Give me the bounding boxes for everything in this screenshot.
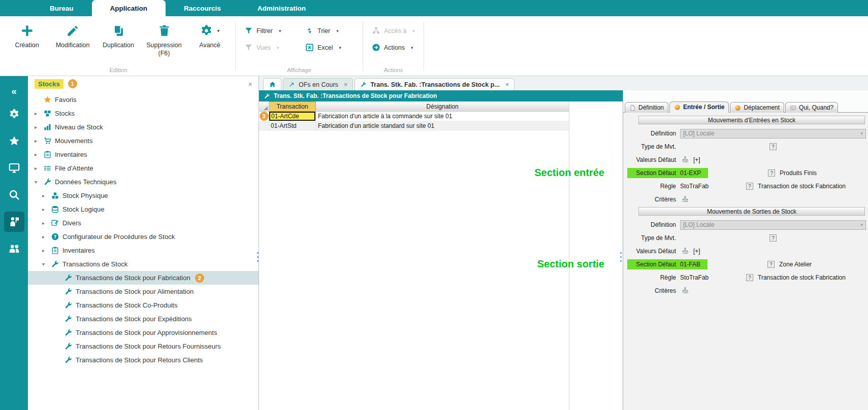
chevron-down-icon[interactable]: ▾ (277, 45, 279, 50)
table-row[interactable]: 01-ArtStdFabrication d'un article standa… (259, 121, 569, 131)
collapse-icon[interactable]: « (4, 85, 24, 97)
row-selector-column[interactable] (259, 101, 269, 112)
detail-tab-entr-e-sortie[interactable]: Entrée / Sortie (669, 101, 729, 113)
tree-item-inventaires[interactable]: ▸Inventaires (28, 244, 259, 257)
strip-star-icon[interactable] (4, 131, 24, 151)
tree-item-divers[interactable]: ▸Divers (28, 216, 259, 230)
ribbon-avanc-button[interactable]: ▾Avancé (187, 18, 233, 58)
chevron-right-icon[interactable]: ▸ (35, 165, 43, 171)
strip-monitor-icon[interactable] (4, 158, 24, 178)
stamp-icon[interactable] (680, 195, 690, 204)
ribbon-modification-button[interactable]: Modification (50, 18, 95, 58)
d-finition-select[interactable]: [LO] Locale▾ (680, 220, 866, 230)
chevron-down-icon[interactable]: ▾ (339, 45, 342, 50)
chevron-right-icon[interactable]: ▸ (35, 138, 43, 144)
tab-trans-stk-fab-transactions-de-stock-p[interactable]: Trans. Stk. Fab. :Transactions de Stock … (355, 78, 515, 90)
tree-item-transactions-de-stock-pour-approvisionnements[interactable]: Transactions de Stock pour Approvisionne… (28, 326, 259, 339)
tab-home[interactable] (263, 78, 281, 90)
cell-designation[interactable]: Fabrication d'un article à la commande s… (316, 112, 569, 121)
chevron-down-icon[interactable]: ▾ (412, 28, 415, 33)
menu-application[interactable]: Application (92, 0, 166, 16)
tab-ofs-en-cours[interactable]: OFs en Cours× (283, 78, 353, 90)
column-header-transaction[interactable]: Transaction (269, 101, 316, 112)
strip-people-icon[interactable] (4, 238, 24, 259)
stamp-icon[interactable] (680, 286, 690, 295)
help-button[interactable]: ? (769, 234, 777, 242)
table-row[interactable]: 301-ArtCdeFabrication d'un article à la … (259, 112, 569, 121)
stamp-icon[interactable] (680, 155, 690, 164)
help-button[interactable]: ? (768, 169, 775, 177)
chevron-down-icon[interactable]: ▾ (42, 261, 51, 267)
tree-item-inventaires[interactable]: ▸Inventaires (28, 148, 259, 161)
d-finition-select[interactable]: [LO] Locale▾ (680, 129, 866, 139)
ribbon-excel-button[interactable]: Excel▾ (305, 43, 354, 52)
detail-tab-d-placement[interactable]: Déplacement (730, 102, 784, 113)
tree-item-transactions-de-stock-pour-alimentation[interactable]: Transactions de Stock pour Alimentation (28, 285, 259, 298)
tree-item-transactions-de-stock-pour-retours-clients[interactable]: Transactions de Stock pour Retours Clien… (28, 353, 259, 367)
row-selector[interactable] (259, 121, 269, 130)
chevron-down-icon[interactable]: ▾ (336, 28, 339, 33)
chevron-down-icon[interactable]: ▾ (217, 28, 219, 33)
tree-item-niveau-de-stock[interactable]: ▸Niveau de Stock (28, 120, 259, 134)
strip-person-flag-icon[interactable] (4, 212, 24, 232)
splitter-handle[interactable] (620, 252, 622, 264)
tree-item-transactions-de-stock[interactable]: ▾Transactions de Stock (28, 257, 259, 271)
cell-transaction[interactable]: 01-ArtStd (269, 121, 297, 130)
detail-tab-d-finition[interactable]: Définition (625, 102, 668, 113)
tree-item-stock-logique[interactable]: ▸Stock Logique (28, 202, 259, 216)
ribbon-cr-ation-button[interactable]: Création (4, 18, 50, 58)
help-button[interactable]: ? (767, 261, 775, 268)
add-default-values-button[interactable]: [+] (693, 248, 700, 255)
ribbon-vues-button[interactable]: Vues▾ (244, 43, 293, 52)
nav-panel-title[interactable]: Stocks (35, 79, 63, 89)
selected-cell[interactable]: 01-ArtCde (269, 112, 315, 121)
ribbon-trier-button[interactable]: Trier▾ (305, 26, 354, 35)
chevron-down-icon[interactable]: ▾ (411, 45, 413, 50)
tree-item-transactions-de-stock-pour-retours-fournisseurs[interactable]: Transactions de Stock pour Retours Fourn… (28, 339, 259, 353)
chevron-right-icon[interactable]: ▸ (42, 207, 51, 212)
ribbon-suppression-f6-button[interactable]: Suppression (F6) (141, 18, 187, 58)
menu-bureau[interactable]: Bureau (31, 0, 92, 16)
r-gle-value[interactable]: StoTraFab (680, 183, 746, 190)
close-icon[interactable]: × (344, 81, 348, 88)
r-gle-value[interactable]: StoTraFab (680, 274, 746, 281)
chevron-down-icon[interactable]: ▾ (35, 179, 43, 185)
stamp-icon[interactable] (680, 247, 690, 256)
strip-search-icon[interactable] (4, 185, 24, 205)
section-d-faut-value[interactable]: 01-EXP (680, 168, 708, 178)
help-button[interactable]: ? (746, 183, 753, 190)
menu-administration[interactable]: Administration (239, 0, 324, 16)
chevron-right-icon[interactable]: ▸ (35, 152, 43, 157)
chevron-down-icon[interactable]: ▾ (279, 28, 281, 33)
chevron-right-icon[interactable]: ▸ (35, 124, 43, 130)
tree-item-stock-physique[interactable]: ▸Stock Physique (28, 189, 259, 202)
tree-item-file-d-attente[interactable]: ▸File d'Attente (28, 161, 259, 175)
tree-item-transactions-de-stock-pour-fabrication[interactable]: Transactions de Stock pour Fabrication2 (28, 271, 259, 285)
detail-tab-qui-quand[interactable]: Qui, Quand? (785, 102, 838, 113)
close-icon[interactable]: × (248, 80, 252, 88)
chevron-right-icon[interactable]: ▸ (42, 220, 51, 226)
tree-item-mouvements[interactable]: ▸Mouvements (28, 134, 259, 148)
ribbon-filtrer-button[interactable]: Filtrer▾ (244, 26, 293, 35)
chevron-right-icon[interactable]: ▸ (35, 111, 43, 116)
tree-item-stocks[interactable]: ▸Stocks (28, 107, 259, 120)
chevron-right-icon[interactable]: ▸ (42, 234, 51, 240)
cell-designation[interactable]: Fabrication d'un article standard sur si… (316, 121, 569, 130)
ribbon-acc-s-button[interactable]: Accès à▾ (372, 26, 415, 35)
add-default-values-button[interactable]: [+] (693, 156, 700, 163)
tree-item-donn-es-techniques[interactable]: ▾Données Techniques (28, 175, 259, 189)
ribbon-actions-button[interactable]: Actions▾ (372, 43, 415, 52)
menu-raccourcis[interactable]: Raccourcis (166, 0, 239, 16)
chevron-right-icon[interactable]: ▸ (42, 193, 51, 198)
splitter-handle[interactable] (257, 252, 259, 264)
strip-gear-icon[interactable] (4, 104, 24, 124)
section-d-faut-value[interactable]: 01-FAB (680, 259, 708, 269)
tree-item-transactions-de-stock-pour-exp-ditions[interactable]: Transactions de Stock pour Expéditions (28, 312, 259, 326)
ribbon-duplication-button[interactable]: Duplication (95, 18, 141, 58)
help-button[interactable]: ? (746, 274, 753, 281)
column-header-designation[interactable]: Désignation (316, 101, 569, 112)
help-button[interactable]: ? (769, 143, 777, 150)
tree-item-transactions-de-stock-co-produits[interactable]: Transactions de Stock Co-Produits (28, 298, 259, 312)
row-selector[interactable]: 3 (259, 112, 269, 121)
tree-item-configurateur-de-proc-dures-de-stock[interactable]: ▸?Configurateur de Procédures de Stock (28, 230, 259, 244)
